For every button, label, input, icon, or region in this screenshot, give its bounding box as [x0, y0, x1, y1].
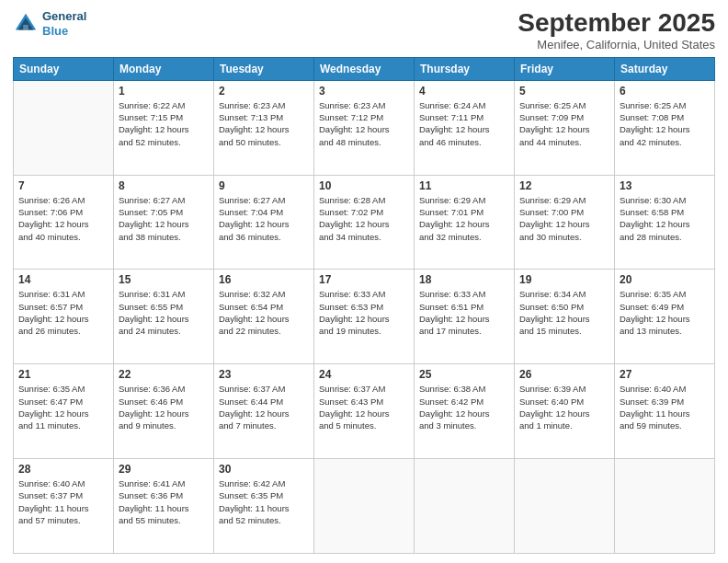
cell-w3d4: 17Sunrise: 6:33 AM Sunset: 6:53 PM Dayli…	[314, 270, 415, 364]
day-number: 22	[119, 368, 209, 381]
cell-w2d4: 10Sunrise: 6:28 AM Sunset: 7:02 PM Dayli…	[314, 175, 415, 270]
weekday-monday: Monday	[114, 57, 214, 80]
day-number: 13	[620, 179, 710, 192]
weekday-wednesday: Wednesday	[314, 57, 415, 80]
day-number: 2	[219, 85, 309, 98]
cell-w4d7: 27Sunrise: 6:40 AM Sunset: 6:39 PM Dayli…	[615, 364, 715, 459]
cell-w2d5: 11Sunrise: 6:29 AM Sunset: 7:01 PM Dayli…	[415, 175, 515, 270]
day-number: 4	[419, 85, 509, 98]
title-block: September 2025 Menifee, California, Unit…	[518, 9, 715, 52]
day-info: Sunrise: 6:27 AM Sunset: 7:05 PM Dayligh…	[119, 194, 209, 243]
cell-w5d5	[415, 459, 515, 554]
logo-icon	[13, 11, 39, 37]
cell-w1d6: 5Sunrise: 6:25 AM Sunset: 7:09 PM Daylig…	[515, 80, 615, 175]
day-info: Sunrise: 6:37 AM Sunset: 6:43 PM Dayligh…	[319, 383, 409, 431]
logo-text: General Blue	[42, 9, 86, 38]
week-row-2: 7Sunrise: 6:26 AM Sunset: 7:06 PM Daylig…	[14, 175, 715, 270]
calendar-table: SundayMondayTuesdayWednesdayThursdayFrid…	[13, 57, 715, 554]
weekday-sunday: Sunday	[14, 57, 114, 80]
day-number: 7	[18, 179, 108, 192]
cell-w5d7	[615, 459, 715, 554]
logo-line1: General	[42, 9, 86, 24]
day-info: Sunrise: 6:32 AM Sunset: 6:54 PM Dayligh…	[219, 288, 309, 337]
day-number: 17	[319, 273, 409, 286]
page: General Blue September 2025 Menifee, Cal…	[0, 0, 728, 563]
cell-w2d1: 7Sunrise: 6:26 AM Sunset: 7:06 PM Daylig…	[14, 175, 114, 270]
day-info: Sunrise: 6:41 AM Sunset: 6:36 PM Dayligh…	[119, 477, 209, 526]
day-info: Sunrise: 6:39 AM Sunset: 6:40 PM Dayligh…	[519, 383, 609, 431]
day-number: 23	[219, 368, 309, 381]
day-number: 10	[319, 179, 409, 192]
day-info: Sunrise: 6:33 AM Sunset: 6:51 PM Dayligh…	[419, 288, 509, 337]
day-info: Sunrise: 6:31 AM Sunset: 6:55 PM Dayligh…	[119, 288, 209, 337]
day-number: 1	[119, 85, 209, 98]
header: General Blue September 2025 Menifee, Cal…	[13, 9, 715, 52]
day-info: Sunrise: 6:26 AM Sunset: 7:06 PM Dayligh…	[18, 194, 108, 243]
week-row-4: 21Sunrise: 6:35 AM Sunset: 6:47 PM Dayli…	[14, 364, 715, 459]
cell-w4d6: 26Sunrise: 6:39 AM Sunset: 6:40 PM Dayli…	[515, 364, 615, 459]
day-number: 26	[519, 368, 609, 381]
day-info: Sunrise: 6:30 AM Sunset: 6:58 PM Dayligh…	[620, 194, 710, 243]
day-number: 3	[319, 85, 409, 98]
day-info: Sunrise: 6:40 AM Sunset: 6:37 PM Dayligh…	[18, 477, 108, 526]
cell-w3d5: 18Sunrise: 6:33 AM Sunset: 6:51 PM Dayli…	[415, 270, 515, 364]
cell-w4d4: 24Sunrise: 6:37 AM Sunset: 6:43 PM Dayli…	[314, 364, 415, 459]
day-number: 21	[18, 368, 108, 381]
week-row-3: 14Sunrise: 6:31 AM Sunset: 6:57 PM Dayli…	[14, 270, 715, 364]
weekday-header-row: SundayMondayTuesdayWednesdayThursdayFrid…	[14, 57, 715, 80]
cell-w5d1: 28Sunrise: 6:40 AM Sunset: 6:37 PM Dayli…	[14, 459, 114, 554]
day-number: 11	[419, 179, 509, 192]
cell-w5d6	[515, 459, 615, 554]
location: Menifee, California, United States	[518, 38, 715, 52]
week-row-1: 1Sunrise: 6:22 AM Sunset: 7:15 PM Daylig…	[14, 80, 715, 175]
cell-w1d3: 2Sunrise: 6:23 AM Sunset: 7:13 PM Daylig…	[214, 80, 314, 175]
cell-w4d5: 25Sunrise: 6:38 AM Sunset: 6:42 PM Dayli…	[415, 364, 515, 459]
day-info: Sunrise: 6:36 AM Sunset: 6:46 PM Dayligh…	[119, 383, 209, 431]
day-number: 12	[519, 179, 609, 192]
day-number: 8	[119, 179, 209, 192]
day-info: Sunrise: 6:31 AM Sunset: 6:57 PM Dayligh…	[18, 288, 108, 337]
day-info: Sunrise: 6:25 AM Sunset: 7:08 PM Dayligh…	[620, 99, 710, 148]
day-info: Sunrise: 6:35 AM Sunset: 6:47 PM Dayligh…	[18, 383, 108, 431]
day-number: 16	[219, 273, 309, 286]
day-info: Sunrise: 6:29 AM Sunset: 7:01 PM Dayligh…	[419, 194, 509, 243]
weekday-thursday: Thursday	[415, 57, 515, 80]
cell-w4d3: 23Sunrise: 6:37 AM Sunset: 6:44 PM Dayli…	[214, 364, 314, 459]
cell-w3d3: 16Sunrise: 6:32 AM Sunset: 6:54 PM Dayli…	[214, 270, 314, 364]
day-number: 14	[18, 273, 108, 286]
day-info: Sunrise: 6:34 AM Sunset: 6:50 PM Dayligh…	[519, 288, 609, 337]
cell-w3d7: 20Sunrise: 6:35 AM Sunset: 6:49 PM Dayli…	[615, 270, 715, 364]
cell-w1d1	[14, 80, 114, 175]
day-info: Sunrise: 6:24 AM Sunset: 7:11 PM Dayligh…	[419, 99, 509, 148]
cell-w5d2: 29Sunrise: 6:41 AM Sunset: 6:36 PM Dayli…	[114, 459, 214, 554]
day-number: 24	[319, 368, 409, 381]
svg-rect-2	[23, 25, 28, 30]
day-number: 27	[620, 368, 710, 381]
day-number: 15	[119, 273, 209, 286]
day-info: Sunrise: 6:23 AM Sunset: 7:13 PM Dayligh…	[219, 99, 309, 148]
cell-w4d1: 21Sunrise: 6:35 AM Sunset: 6:47 PM Dayli…	[14, 364, 114, 459]
cell-w4d2: 22Sunrise: 6:36 AM Sunset: 6:46 PM Dayli…	[114, 364, 214, 459]
day-number: 28	[18, 463, 108, 476]
day-number: 18	[419, 273, 509, 286]
day-number: 9	[219, 179, 309, 192]
day-info: Sunrise: 6:23 AM Sunset: 7:12 PM Dayligh…	[319, 99, 409, 148]
logo: General Blue	[13, 9, 86, 38]
day-number: 25	[419, 368, 509, 381]
day-info: Sunrise: 6:40 AM Sunset: 6:39 PM Dayligh…	[620, 383, 710, 431]
cell-w3d1: 14Sunrise: 6:31 AM Sunset: 6:57 PM Dayli…	[14, 270, 114, 364]
weekday-saturday: Saturday	[615, 57, 715, 80]
weekday-friday: Friday	[515, 57, 615, 80]
day-info: Sunrise: 6:22 AM Sunset: 7:15 PM Dayligh…	[119, 99, 209, 148]
day-info: Sunrise: 6:25 AM Sunset: 7:09 PM Dayligh…	[519, 99, 609, 148]
day-number: 30	[219, 463, 309, 476]
day-number: 19	[519, 273, 609, 286]
cell-w3d6: 19Sunrise: 6:34 AM Sunset: 6:50 PM Dayli…	[515, 270, 615, 364]
day-info: Sunrise: 6:29 AM Sunset: 7:00 PM Dayligh…	[519, 194, 609, 243]
cell-w1d7: 6Sunrise: 6:25 AM Sunset: 7:08 PM Daylig…	[615, 80, 715, 175]
cell-w2d3: 9Sunrise: 6:27 AM Sunset: 7:04 PM Daylig…	[214, 175, 314, 270]
cell-w1d2: 1Sunrise: 6:22 AM Sunset: 7:15 PM Daylig…	[114, 80, 214, 175]
cell-w2d6: 12Sunrise: 6:29 AM Sunset: 7:00 PM Dayli…	[515, 175, 615, 270]
cell-w2d2: 8Sunrise: 6:27 AM Sunset: 7:05 PM Daylig…	[114, 175, 214, 270]
cell-w2d7: 13Sunrise: 6:30 AM Sunset: 6:58 PM Dayli…	[615, 175, 715, 270]
